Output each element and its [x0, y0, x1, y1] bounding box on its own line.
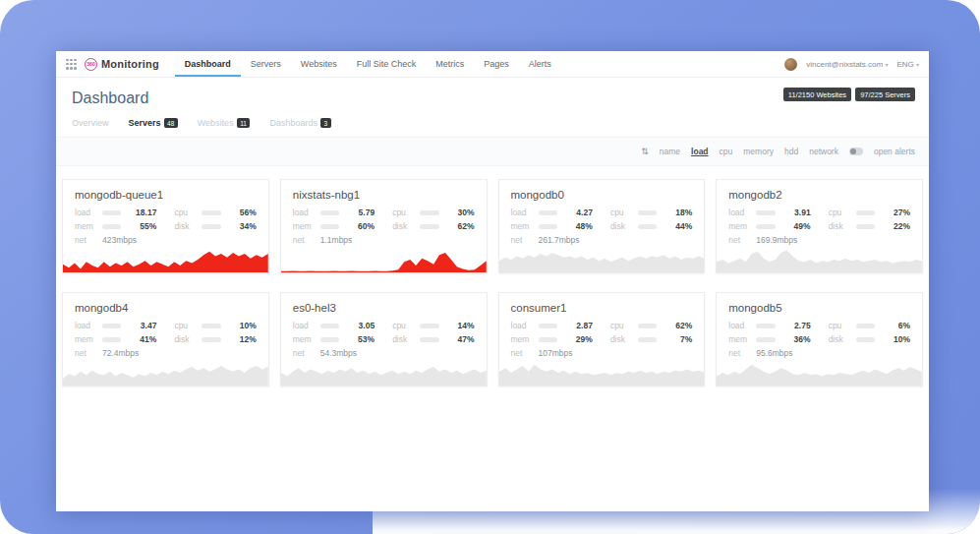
tab-count-badge: 3	[320, 118, 331, 128]
metric-value: 14%	[445, 321, 475, 330]
server-cards-grid: mongodb-queue1 load 18.17 cpu 56% mem 55…	[56, 166, 929, 399]
metric-value: 4.27	[563, 208, 593, 217]
server-card[interactable]: mongodb0 load 4.27 cpu 18% mem 48% disk …	[498, 179, 706, 273]
logo-text: Monitoring	[101, 58, 159, 70]
server-metrics: load 2.75 cpu 6% mem 36% disk 10% net	[717, 321, 922, 358]
metric-value: 22%	[881, 221, 910, 231]
server-name: es0-hel3	[281, 293, 487, 321]
tab-servers[interactable]: Servers48	[129, 118, 178, 128]
server-card[interactable]: consumer1 load 2.87 cpu 62% mem 29% disk…	[498, 292, 706, 386]
disk-progress-bar	[856, 224, 875, 229]
metric-value: 2.75	[781, 321, 811, 330]
server-metrics: load 3.47 cpu 10% mem 41% disk 12% net	[63, 321, 268, 358]
tab-dashboards[interactable]: Dashboards3	[269, 118, 330, 128]
metric-label: disk	[392, 334, 414, 344]
metric-net: net 169.9mbps	[728, 235, 810, 245]
nav-item-dashboard[interactable]: Dashboard	[175, 51, 241, 77]
metric-disk: disk 44%	[610, 221, 692, 231]
nav-item-servers[interactable]: Servers	[241, 51, 291, 77]
server-card[interactable]: mongodb5 load 2.75 cpu 6% mem 36% disk 1…	[716, 292, 923, 386]
sort-item-cpu[interactable]: cpu	[720, 147, 733, 156]
disk-progress-bar	[638, 337, 657, 342]
sort-item-name[interactable]: name	[660, 147, 680, 156]
network-sparkline-chart	[499, 361, 705, 386]
metric-label: net	[728, 235, 750, 245]
tab-overview[interactable]: Overview	[72, 118, 109, 128]
metric-value: 53%	[345, 334, 375, 344]
metric-cpu: cpu 30%	[392, 208, 474, 217]
network-sparkline-chart	[63, 248, 268, 272]
metric-value: 41%	[127, 334, 156, 344]
app-launcher-icon[interactable]	[66, 59, 77, 70]
net-value: 72.4mbps	[102, 348, 139, 358]
metric-label: load	[728, 321, 750, 330]
metric-label: cpu	[610, 208, 632, 217]
server-metrics: load 18.17 cpu 56% mem 55% disk 34% net	[63, 208, 268, 245]
language-menu[interactable]: ENG ▾	[896, 60, 919, 69]
metric-label: mem	[511, 221, 533, 231]
open-alerts-toggle-icon[interactable]	[849, 148, 863, 155]
sort-item-hdd[interactable]: hdd	[784, 147, 798, 156]
summary-badge[interactable]: 97/225 Servers	[855, 88, 915, 101]
metric-disk: disk 12%	[174, 334, 256, 344]
tab-label: Overview	[72, 118, 109, 128]
dashboard-subtabs: OverviewServers48Websites11Dashboards3	[72, 118, 913, 128]
nav-item-full-site-check[interactable]: Full Site Check	[347, 51, 427, 77]
metric-label: load	[511, 321, 533, 330]
mem-progress-bar	[320, 337, 339, 342]
sort-item-load[interactable]: load	[691, 147, 708, 156]
net-value: 261.7mbps	[539, 235, 580, 245]
metric-label: disk	[174, 334, 196, 344]
metric-net: net 54.3mbps	[293, 348, 375, 358]
load-progress-bar	[756, 210, 775, 215]
metric-label: disk	[829, 221, 850, 231]
metric-net: net 107mbps	[511, 348, 593, 358]
metric-label: mem	[511, 334, 533, 344]
server-card[interactable]: nixstats-nbg1 load 5.79 cpu 30% mem 60% …	[280, 179, 488, 273]
metric-cpu: cpu 6%	[829, 321, 910, 330]
metric-value: 10%	[881, 334, 910, 344]
metric-label: mem	[293, 221, 315, 231]
server-card[interactable]: mongodb2 load 3.91 cpu 27% mem 49% disk …	[716, 179, 923, 273]
metric-label: net	[511, 348, 533, 358]
sort-item-network[interactable]: network	[809, 147, 838, 156]
user-email-menu[interactable]: vincent@nixstats.com ▾	[806, 60, 888, 69]
sort-arrows-icon: ⇅	[641, 147, 649, 156]
sort-item-open-alerts[interactable]: open alerts	[874, 147, 915, 156]
user-avatar[interactable]	[784, 58, 797, 71]
metric-disk: disk 62%	[392, 221, 474, 231]
metric-value: 3.91	[781, 208, 811, 217]
metric-mem: mem 53%	[293, 334, 375, 344]
cpu-progress-bar	[420, 210, 438, 215]
server-card[interactable]: es0-hel3 load 3.05 cpu 14% mem 53% disk …	[280, 292, 488, 386]
metric-label: disk	[174, 221, 196, 231]
server-card[interactable]: mongodb4 load 3.47 cpu 10% mem 41% disk …	[62, 292, 269, 386]
load-progress-bar	[102, 324, 121, 328]
metric-value: 47%	[445, 334, 475, 344]
network-sparkline-chart	[717, 361, 922, 386]
server-card[interactable]: mongodb-queue1 load 18.17 cpu 56% mem 55…	[62, 179, 269, 273]
disk-progress-bar	[202, 224, 220, 229]
metric-value: 2.87	[563, 321, 593, 330]
nav-item-pages[interactable]: Pages	[474, 51, 519, 77]
metric-value: 36%	[781, 334, 811, 344]
brand-logo[interactable]: 360 Monitoring	[85, 58, 159, 71]
summary-badge[interactable]: 11/2150 Websites	[783, 88, 851, 101]
cpu-progress-bar	[638, 210, 657, 215]
sort-item-memory[interactable]: memory	[743, 147, 774, 156]
net-value: 54.3mbps	[320, 348, 357, 358]
mem-progress-bar	[320, 224, 339, 229]
nav-item-metrics[interactable]: Metrics	[426, 51, 474, 77]
nav-item-websites[interactable]: Websites	[291, 51, 347, 77]
tab-count-badge: 11	[237, 118, 251, 128]
metric-value: 60%	[345, 221, 375, 231]
metric-value: 3.05	[345, 321, 375, 330]
cpu-progress-bar	[856, 210, 875, 215]
tab-websites[interactable]: Websites11	[198, 118, 251, 128]
metric-cpu: cpu 62%	[610, 321, 692, 330]
metric-label: cpu	[392, 321, 414, 330]
metric-label: load	[728, 208, 750, 217]
metric-label: disk	[829, 334, 850, 344]
metric-label: cpu	[610, 321, 632, 330]
nav-item-alerts[interactable]: Alerts	[519, 51, 561, 77]
